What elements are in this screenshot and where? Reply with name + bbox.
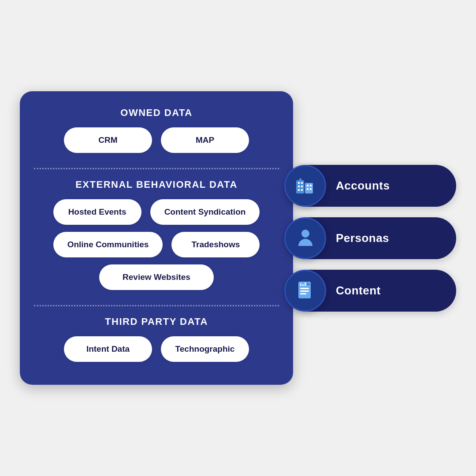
third-party-pills-row: Intent Data Technographic bbox=[34, 336, 279, 362]
content-icon-circle bbox=[284, 270, 326, 312]
divider-1 bbox=[34, 168, 279, 169]
svg-rect-3 bbox=[301, 182, 303, 184]
svg-rect-20 bbox=[305, 283, 306, 286]
svg-rect-10 bbox=[307, 188, 309, 190]
owned-data-title: OWNED DATA bbox=[34, 107, 279, 119]
owned-pills-row: CRM MAP bbox=[34, 127, 279, 153]
svg-rect-19 bbox=[302, 284, 304, 286]
content-syndication-pill: Content Syndication bbox=[150, 199, 260, 225]
document-icon bbox=[294, 279, 317, 302]
svg-rect-17 bbox=[300, 293, 306, 294]
external-pills-row1: Hosted Events Content Syndication bbox=[34, 199, 279, 225]
external-data-title: EXTERNAL BEHAVIORAL DATA bbox=[34, 179, 279, 190]
svg-point-13 bbox=[301, 230, 309, 238]
divider-2 bbox=[34, 305, 279, 306]
review-websites-pill: Review Websites bbox=[99, 264, 214, 290]
svg-rect-12 bbox=[299, 178, 301, 181]
svg-rect-9 bbox=[310, 185, 312, 186]
map-pill: MAP bbox=[161, 127, 249, 153]
owned-data-section: OWNED DATA CRM MAP bbox=[34, 107, 279, 160]
technographic-pill: Technographic bbox=[161, 336, 249, 362]
left-card: OWNED DATA CRM MAP EXTERNAL BEHAVIORAL D… bbox=[20, 91, 293, 385]
svg-rect-7 bbox=[301, 189, 303, 191]
svg-rect-4 bbox=[298, 186, 300, 187]
tradeshows-pill: Tradeshows bbox=[171, 232, 260, 257]
external-data-section: EXTERNAL BEHAVIORAL DATA Hosted Events C… bbox=[34, 179, 279, 297]
svg-rect-8 bbox=[307, 185, 309, 186]
online-communities-pill: Online Communities bbox=[53, 232, 163, 257]
building-icon bbox=[294, 174, 317, 197]
person-icon bbox=[294, 227, 317, 249]
svg-rect-0 bbox=[296, 180, 304, 193]
content-label: Content bbox=[336, 284, 381, 298]
svg-rect-15 bbox=[300, 288, 309, 289]
personas-label: Personas bbox=[336, 231, 389, 245]
third-party-title: THIRD PARTY DATA bbox=[34, 316, 279, 327]
accounts-label: Accounts bbox=[336, 179, 390, 193]
svg-rect-18 bbox=[300, 283, 301, 286]
crm-pill: CRM bbox=[64, 127, 152, 153]
right-column: Accounts Personas bbox=[289, 165, 456, 312]
content-card: Content bbox=[289, 270, 456, 312]
personas-card: Personas bbox=[289, 217, 456, 259]
accounts-icon-circle bbox=[284, 165, 326, 207]
hosted-events-pill: Hosted Events bbox=[53, 199, 141, 225]
personas-icon-circle bbox=[284, 217, 326, 259]
svg-rect-11 bbox=[310, 188, 312, 190]
third-party-section: THIRD PARTY DATA Intent Data Technograph… bbox=[34, 316, 279, 369]
svg-rect-1 bbox=[305, 183, 313, 193]
diagram-container: OWNED DATA CRM MAP EXTERNAL BEHAVIORAL D… bbox=[20, 91, 456, 385]
svg-rect-5 bbox=[301, 186, 303, 187]
external-pills-row2: Online Communities Tradeshows bbox=[34, 232, 279, 257]
external-pills-row3: Review Websites bbox=[34, 264, 279, 290]
svg-rect-16 bbox=[300, 290, 309, 292]
svg-rect-6 bbox=[298, 189, 300, 191]
intent-data-pill: Intent Data bbox=[64, 336, 152, 362]
svg-rect-2 bbox=[298, 182, 300, 184]
accounts-card: Accounts bbox=[289, 165, 456, 207]
